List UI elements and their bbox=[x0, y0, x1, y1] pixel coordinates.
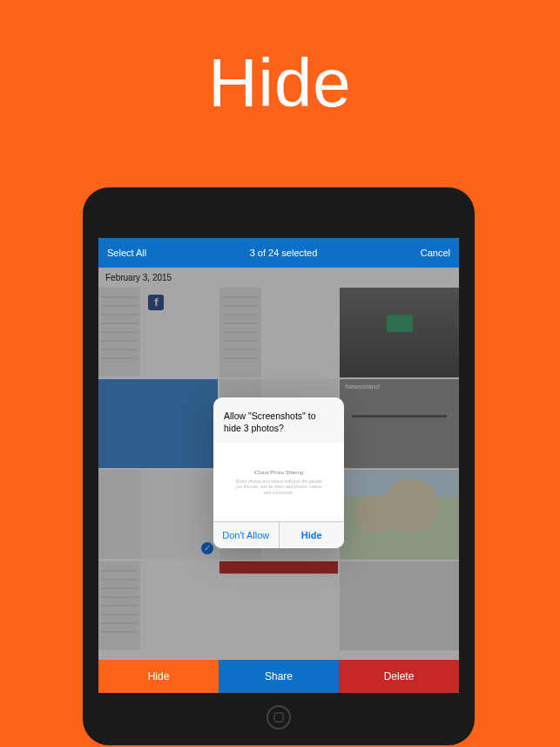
cancel-button[interactable]: Cancel bbox=[421, 248, 450, 258]
home-button[interactable] bbox=[267, 705, 291, 730]
toolbar-hide-button[interactable]: Hide bbox=[98, 660, 219, 693]
permission-alert: Allow "Screenshots" to hide 3 photos? iC… bbox=[213, 397, 344, 548]
photo-thumbnail[interactable] bbox=[98, 379, 218, 468]
date-header: February 3, 2015 bbox=[98, 268, 459, 288]
toolbar-delete-button[interactable]: Delete bbox=[339, 660, 459, 693]
bottom-toolbar: Hide Share Delete bbox=[98, 660, 459, 693]
photo-thumbnail[interactable] bbox=[340, 288, 459, 377]
ipad-frame: Select All 3 of 24 selected Cancel Febru… bbox=[83, 187, 475, 745]
photo-thumbnail[interactable] bbox=[219, 288, 339, 377]
photo-thumbnail[interactable] bbox=[340, 561, 459, 651]
selection-count: 3 of 24 selected bbox=[250, 248, 318, 258]
photo-thumbnail[interactable] bbox=[98, 470, 218, 559]
navbar: Select All 3 of 24 selected Cancel bbox=[98, 238, 459, 268]
alert-title: Allow "Screenshots" to hide 3 photos? bbox=[213, 397, 344, 443]
photo-thumbnail[interactable] bbox=[98, 561, 218, 650]
folder-icon bbox=[387, 315, 413, 332]
alert-body: iCloud Photo Sharing Share photos and vi… bbox=[213, 443, 344, 521]
checkmark-icon bbox=[200, 541, 214, 555]
dont-allow-button[interactable]: Don't Allow bbox=[213, 522, 279, 548]
photo-thumbnail[interactable] bbox=[340, 470, 459, 560]
photo-thumbnail[interactable] bbox=[219, 561, 339, 651]
alert-actions: Don't Allow Hide bbox=[213, 521, 344, 548]
device-screen: Select All 3 of 24 selected Cancel Febru… bbox=[98, 238, 459, 693]
facebook-icon: f bbox=[148, 295, 164, 310]
hide-button[interactable]: Hide bbox=[279, 522, 345, 548]
photo-thumbnail[interactable]: f bbox=[98, 288, 218, 377]
select-all-button[interactable]: Select All bbox=[107, 248, 146, 258]
toolbar-share-button[interactable]: Share bbox=[219, 660, 339, 693]
alert-body-title: iCloud Photo Sharing bbox=[254, 470, 304, 475]
alert-body-text: Share photos and videos with just the pe… bbox=[233, 479, 325, 496]
photo-thumbnail[interactable]: Newsstand bbox=[340, 379, 459, 469]
newsstand-label: Newsstand bbox=[345, 383, 380, 390]
page-title: Hide bbox=[0, 0, 560, 123]
